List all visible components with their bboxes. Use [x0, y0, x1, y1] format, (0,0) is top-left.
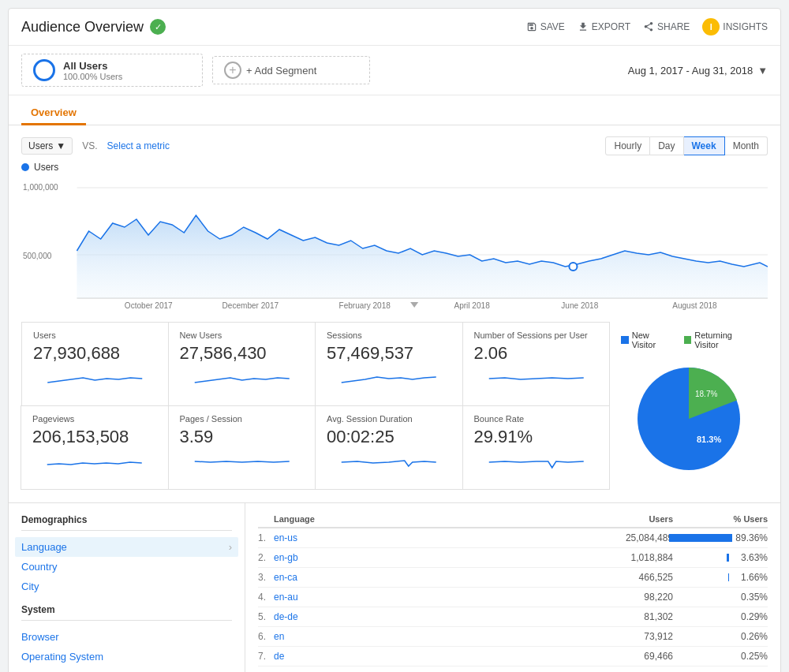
row-pct: 89.36% [673, 532, 768, 543]
row-language[interactable]: en-gb [274, 552, 594, 563]
col-users: Users [594, 514, 673, 524]
chevron-down-icon: ▼ [757, 65, 768, 77]
table-row: 1. en-us 25,084,489 89.36% [258, 528, 768, 548]
row-pct: 1.66% [673, 572, 768, 583]
share-button[interactable]: SHARE [643, 21, 690, 32]
week-button[interactable]: Week [684, 136, 725, 155]
stat-sessions-per-user: Number of Sessions per User 2.06 [462, 322, 611, 406]
save-button[interactable]: SAVE [526, 21, 565, 32]
stats-grid: Users 27,930,688 New Users 27,586,430 Se… [21, 323, 610, 490]
export-label: EXPORT [592, 21, 630, 32]
tab-overview[interactable]: Overview [21, 102, 86, 125]
col-language: Language [274, 514, 594, 524]
bar-fill [727, 554, 729, 562]
row-users: 98,220 [594, 592, 673, 603]
svg-text:December 2017: December 2017 [222, 301, 279, 310]
table-row: 5. de-de 81,302 0.29% [258, 607, 768, 627]
row-language[interactable]: en-us [274, 532, 594, 543]
stat-users-label: Users [33, 330, 157, 340]
pct-text: 0.26% [732, 631, 768, 642]
stat-avg-session-value: 00:02:25 [327, 427, 451, 447]
stat-bounce-rate: Bounce Rate 29.91% [462, 405, 611, 490]
language-link[interactable]: Language › [15, 537, 238, 557]
stat-pages-session-label: Pages / Session [180, 414, 305, 424]
svg-text:October 2017: October 2017 [125, 301, 173, 310]
row-language[interactable]: en [274, 631, 594, 642]
date-range-picker[interactable]: Aug 1, 2017 - Aug 31, 2018 ▼ [628, 65, 768, 77]
add-segment-label: + Add Segment [246, 65, 316, 77]
add-segment-button[interactable]: + + Add Segment [212, 56, 370, 84]
hourly-button[interactable]: Hourly [605, 136, 650, 155]
svg-text:February 2018: February 2018 [339, 301, 391, 310]
browser-link[interactable]: Browser [21, 627, 232, 647]
svg-text:18.7%: 18.7% [695, 390, 717, 398]
returning-visitor-legend-dot [684, 336, 692, 344]
country-link[interactable]: Country [21, 557, 232, 577]
row-users: 69,466 [594, 651, 673, 662]
stat-bounce-rate-label: Bounce Rate [474, 414, 599, 424]
add-segment-icon: + [224, 62, 241, 79]
os-link[interactable]: Operating System [21, 647, 232, 666]
metric-dropdown[interactable]: Users ▼ [21, 137, 73, 155]
row-users: 73,912 [594, 631, 673, 642]
svg-text:1,000,000: 1,000,000 [23, 183, 58, 192]
month-button[interactable]: Month [725, 136, 768, 155]
stat-pageviews-value: 206,153,508 [32, 427, 157, 447]
stat-pageviews-label: Pageviews [32, 414, 157, 424]
row-language[interactable]: en-ca [274, 572, 594, 583]
date-range-text: Aug 1, 2017 - Aug 31, 2018 [628, 65, 753, 77]
row-language[interactable]: en-au [274, 592, 594, 603]
insights-label: INSIGHTS [723, 21, 768, 32]
save-label: SAVE [540, 21, 565, 32]
day-button[interactable]: Day [650, 136, 683, 155]
segment-name: All Users [63, 60, 122, 72]
svg-marker-12 [410, 302, 418, 308]
users-legend-dot [21, 163, 29, 171]
demographics-right: Language Users % Users 1. en-us 25,084,4… [245, 503, 780, 672]
share-icon [643, 21, 654, 32]
table-row: 6. en 73,912 0.26% [258, 627, 768, 647]
verified-icon: ✓ [150, 19, 166, 35]
city-link[interactable]: City [21, 577, 232, 596]
row-num: 3. [258, 572, 274, 583]
all-users-segment[interactable]: All Users 100.00% Users [21, 54, 203, 87]
pie-chart: 81.3% 18.7% [626, 356, 752, 482]
select-metric-link[interactable]: Select a metric [107, 140, 170, 151]
table-row: 7. de 69,466 0.25% [258, 647, 768, 666]
stat-sessions-value: 57,469,537 [327, 343, 451, 364]
row-pct: 0.26% [673, 631, 768, 642]
stat-sessions-per-user-value: 2.06 [474, 343, 599, 364]
chevron-right-icon: › [229, 541, 232, 553]
row-users: 25,084,489 [594, 532, 673, 543]
row-num: 6. [258, 631, 274, 642]
row-language[interactable]: de [274, 651, 594, 662]
system-title: System [21, 604, 232, 621]
pct-text: 3.63% [732, 552, 768, 563]
bar-fill [728, 573, 729, 581]
row-num: 4. [258, 592, 274, 603]
insights-button[interactable]: I INSIGHTS [702, 18, 768, 35]
row-num: 5. [258, 611, 274, 622]
stat-sessions: Sessions 57,469,537 [315, 322, 463, 406]
pct-text: 1.66% [732, 572, 768, 583]
export-button[interactable]: EXPORT [578, 21, 630, 32]
svg-text:April 2018: April 2018 [454, 301, 490, 310]
stat-new-users: New Users 27,586,430 [168, 322, 316, 406]
main-chart: 1,000,000 500,000 October 2017 December … [21, 176, 768, 310]
new-visitor-legend-dot [621, 336, 629, 344]
table-row: 4. en-au 98,220 0.35% [258, 588, 768, 607]
metric-label: Users [28, 140, 53, 151]
segment-sub: 100.00% Users [63, 72, 122, 81]
dropdown-arrow-icon: ▼ [56, 140, 65, 151]
row-users: 466,525 [594, 572, 673, 583]
stat-users-value: 27,930,688 [33, 343, 157, 364]
save-icon [526, 21, 537, 32]
demographics-title: Demographics [21, 514, 232, 531]
stat-pageviews: Pageviews 206,153,508 [21, 405, 169, 490]
row-users: 81,302 [594, 611, 673, 622]
table-row: 8. en-sg 65,172 0.23% [258, 666, 768, 672]
service-provider-link[interactable]: Service Provider [21, 666, 232, 672]
returning-visitor-label: Returning Visitor [694, 330, 757, 349]
row-language[interactable]: de-de [274, 611, 594, 622]
table-row: 2. en-gb 1,018,884 3.63% [258, 548, 768, 568]
